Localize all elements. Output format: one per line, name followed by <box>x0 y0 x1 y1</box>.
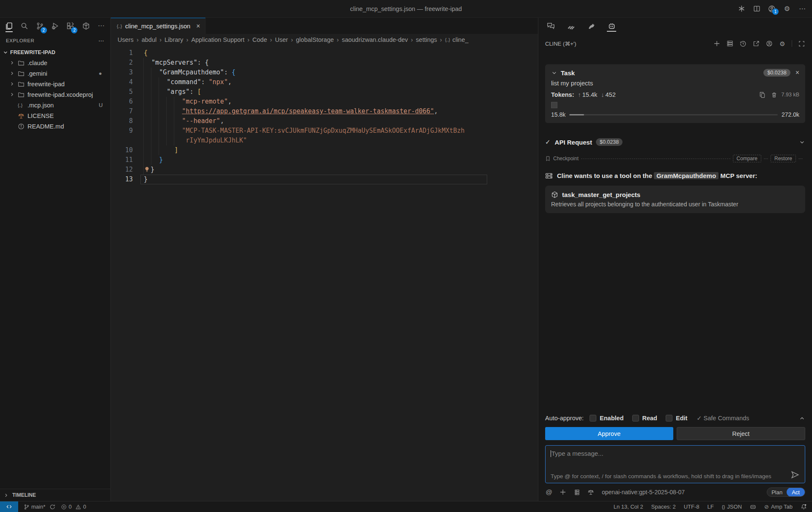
tool-card[interactable]: task_master_get_projects Retrieves all p… <box>545 186 805 213</box>
breadcrumb-item[interactable]: Library <box>165 36 183 43</box>
context-progress-bar <box>569 114 778 115</box>
close-task-icon[interactable]: × <box>796 69 799 77</box>
reject-button[interactable]: Reject <box>677 427 806 440</box>
chat-view-icon[interactable] <box>546 20 555 31</box>
code-line[interactable]: 10 ] <box>111 145 538 155</box>
checkbox-enabled[interactable] <box>590 415 596 422</box>
settings-gear-icon[interactable]: ⚙ <box>783 5 791 13</box>
model-id[interactable]: openai-native:gpt-5-2025-08-07 <box>602 489 685 496</box>
code-line[interactable]: 12} <box>111 165 538 175</box>
rules-scales-icon[interactable] <box>587 488 595 496</box>
tree-item-claude[interactable]: .claude <box>0 57 110 68</box>
chevron-down-icon[interactable] <box>799 139 805 145</box>
tab-cline-mcp-settings[interactable]: {..} cline_mcp_settings.json × <box>111 18 206 34</box>
trash-icon[interactable] <box>771 91 778 98</box>
editor-group: {..} cline_mcp_settings.json × Users›abd… <box>111 18 538 501</box>
breadcrumb-item[interactable]: User <box>275 36 288 43</box>
copilot-status[interactable] <box>750 504 756 510</box>
tree-root[interactable]: FREEWRITE-IPAD <box>0 47 110 57</box>
split-editor-icon[interactable] <box>753 5 760 13</box>
code-line[interactable]: 11 } <box>111 155 538 165</box>
explorer-icon[interactable] <box>5 20 13 31</box>
api-request-row[interactable]: ✓ API Request $0.0238 <box>545 138 805 146</box>
tree-item-freewrite-ipad[interactable]: freewrite-ipad <box>0 79 110 89</box>
code-editor[interactable]: 1{2 "mcpServers": {3 "GramMcpauthdemo": … <box>111 46 538 501</box>
problems-status[interactable]: 0 0 <box>61 504 86 510</box>
code-line[interactable]: 1{ <box>111 48 538 58</box>
tree-item-mcp-json[interactable]: {..} .mcp.json U <box>0 100 110 110</box>
account-icon[interactable]: 1 <box>768 5 776 13</box>
explorer-more-icon[interactable]: ⋯ <box>98 38 104 44</box>
tree-item-gemini[interactable]: .gemini ● <box>0 68 110 79</box>
openai-icon[interactable] <box>738 5 745 13</box>
code-line[interactable]: 6 "mcp-remote", <box>111 97 538 107</box>
breadcrumb-file[interactable]: cline_ <box>453 36 469 43</box>
search-icon[interactable] <box>20 20 28 31</box>
more-actions-icon[interactable]: ⋯ <box>798 5 806 13</box>
chevron-up-icon[interactable] <box>799 415 805 422</box>
fullscreen-icon[interactable] <box>798 40 805 47</box>
breadcrumb-item[interactable]: Code <box>252 36 267 43</box>
warning-icon <box>75 504 81 510</box>
close-tab-icon[interactable]: × <box>196 22 200 30</box>
cursor-position[interactable]: Ln 13, Col 2 <box>614 504 643 510</box>
act-mode-button[interactable]: Act <box>787 487 805 497</box>
restore-button[interactable]: Restore <box>771 155 796 162</box>
kangaroo-icon[interactable] <box>587 20 596 31</box>
more-views-icon[interactable]: ⋯ <box>97 20 105 31</box>
code-line[interactable]: 4 "command": "npx", <box>111 77 538 87</box>
run-debug-icon[interactable] <box>51 20 59 31</box>
code-line[interactable]: rIyYmJpduLKJhLK" <box>111 136 538 145</box>
account-icon[interactable] <box>765 40 773 47</box>
checkbox-read[interactable] <box>632 415 639 422</box>
code-line[interactable]: 13} <box>111 175 538 184</box>
error-icon <box>61 504 67 510</box>
copy-icon[interactable] <box>759 91 766 98</box>
code-line[interactable]: 9 "MCP-TASK-MASTER-API-KEY:svCJUkmFUNZjG… <box>111 126 538 136</box>
chevron-down-icon[interactable] <box>551 70 557 76</box>
tree-item-readme[interactable]: README.md <box>0 121 110 131</box>
message-input[interactable]: Type a message... Type @ for context, / … <box>545 445 805 483</box>
send-icon[interactable] <box>790 470 800 479</box>
code-line[interactable]: 8 "--header", <box>111 116 538 126</box>
history-icon[interactable] <box>739 40 747 47</box>
settings-gear-icon[interactable]: ⚙ <box>779 40 786 47</box>
extensions-icon[interactable]: 2 <box>66 20 74 31</box>
new-task-icon[interactable] <box>713 40 721 47</box>
eol-status[interactable]: LF <box>707 504 713 510</box>
remote-explorer-icon[interactable] <box>82 20 90 31</box>
amp-tab-status[interactable]: ⊘ Amp Tab <box>764 504 793 510</box>
compare-button[interactable]: Compare <box>733 155 761 162</box>
checkbox-edit[interactable] <box>666 415 672 422</box>
open-in-editor-icon[interactable] <box>752 40 760 47</box>
remote-indicator[interactable] <box>0 501 18 512</box>
mcp-list-icon[interactable] <box>573 488 581 496</box>
add-context-icon[interactable] <box>559 488 567 496</box>
approve-button[interactable]: Approve <box>545 427 673 440</box>
code-line[interactable]: 2 "mcpServers": { <box>111 58 538 68</box>
status-bar: main* 0 0 Ln 13, Col 2 Spaces: 2 UTF-8 L… <box>0 501 812 512</box>
breadcrumb-item[interactable]: Application Support <box>191 36 244 43</box>
breadcrumb-item[interactable]: Users <box>118 36 134 43</box>
tree-item-license[interactable]: LICENSE <box>0 110 110 121</box>
timeline-section[interactable]: TIMELINE <box>0 489 110 501</box>
code-line[interactable]: 7 "https://app.getgram.ai/mcp/speakeasy-… <box>111 107 538 116</box>
language-status[interactable]: {} JSON <box>722 504 742 510</box>
mention-icon[interactable]: @ <box>545 488 553 496</box>
indentation-status[interactable]: Spaces: 2 <box>651 504 676 510</box>
breadcrumb-item[interactable]: settings <box>416 36 437 43</box>
breadcrumb-item[interactable]: globalStorage <box>296 36 334 43</box>
code-line[interactable]: 3 "GramMcpauthdemo": { <box>111 68 538 77</box>
breadcrumb-item[interactable]: saoudrizwan.claude-dev <box>342 36 408 43</box>
tree-item-xcodeproj[interactable]: freewrite-ipad.xcodeproj <box>0 89 110 100</box>
mcp-servers-icon[interactable] <box>726 40 734 47</box>
code-line[interactable]: 5 "args": [ <box>111 87 538 97</box>
git-branch-status[interactable]: main* <box>24 504 55 510</box>
source-control-icon[interactable]: 2 <box>36 20 44 31</box>
encoding-status[interactable]: UTF-8 <box>684 504 700 510</box>
breadcrumb-item[interactable]: abdul <box>142 36 156 43</box>
notifications-bell[interactable] <box>801 504 807 510</box>
speakeasy-icon[interactable] <box>566 20 576 31</box>
cline-robot-icon[interactable] <box>607 20 616 31</box>
plan-mode-button[interactable]: Plan <box>767 489 787 496</box>
